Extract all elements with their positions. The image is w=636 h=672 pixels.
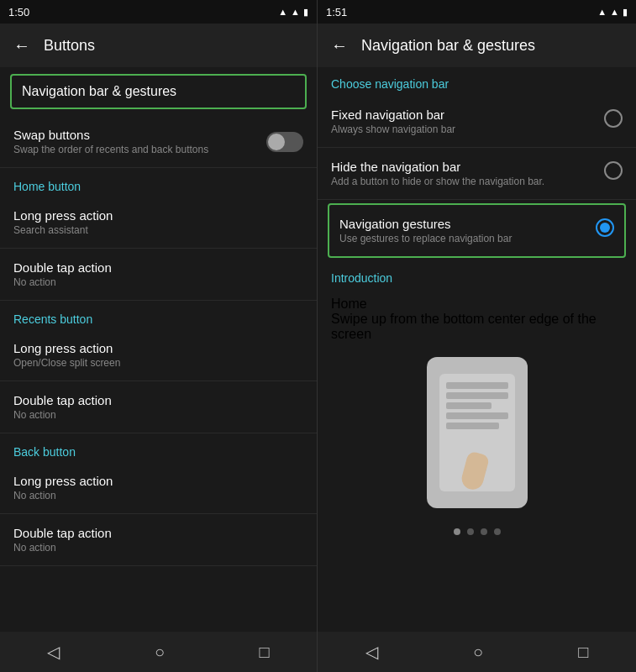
back-double-tap-row[interactable]: Double tap action No action <box>0 514 317 566</box>
recents-double-tap-sublabel: No action <box>13 409 303 421</box>
back-long-press-sublabel: No action <box>13 490 303 501</box>
toggle-knob <box>268 134 285 150</box>
fixed-nav-bar-text: Fixed navigation bar Always show navigat… <box>331 108 455 135</box>
hide-nav-bar-radio[interactable] <box>604 161 623 180</box>
finger-shape <box>459 450 490 491</box>
nav-gestures-item[interactable]: Navigation bar & gestures <box>10 74 307 109</box>
signal-icon: ▲ <box>278 7 287 17</box>
home-gesture-desc: Swipe up from the bottom center edge of … <box>331 312 623 342</box>
swap-buttons-label: Swap buttons <box>13 128 208 142</box>
swap-buttons-sublabel: Swap the order of recents and back butto… <box>13 144 208 155</box>
right-back-button[interactable]: ← <box>331 36 348 55</box>
left-top-bar: ← Buttons <box>0 24 317 67</box>
swap-buttons-text: Swap buttons Swap the order of recents a… <box>13 128 208 155</box>
phone-illustration <box>427 357 528 508</box>
home-double-tap-sublabel: No action <box>13 276 303 288</box>
left-status-icons: ▲ ▲ ▮ <box>278 7 308 18</box>
nav-gestures-right-row[interactable]: Navigation gestures Use gestures to repl… <box>328 203 626 258</box>
left-bottom-nav: ◁ ○ □ <box>0 632 317 672</box>
back-double-tap-sublabel: No action <box>13 542 303 554</box>
phone-screen <box>439 374 515 491</box>
home-gesture-text: Home Swipe up from the bottom center edg… <box>331 297 623 342</box>
hide-nav-bar-row[interactable]: Hide the navigation bar Add a button to … <box>318 148 636 200</box>
hide-nav-bar-text: Hide the navigation bar Add a button to … <box>331 160 544 187</box>
left-panel: 1:50 ▲ ▲ ▮ ← Buttons Navigation bar & ge… <box>0 0 318 672</box>
back-long-press-label: Long press action <box>13 474 303 488</box>
right-recents-nav-icon[interactable]: □ <box>578 643 588 662</box>
right-wifi-icon: ▲ <box>610 7 619 17</box>
recents-double-tap-label: Double tap action <box>13 393 303 407</box>
fixed-nav-bar-radio[interactable] <box>604 109 623 128</box>
left-title: Buttons <box>44 37 95 55</box>
choose-nav-bar-label: Choose navigation bar <box>318 67 636 96</box>
nav-gestures-radio[interactable] <box>596 218 614 237</box>
wifi-icon: ▲ <box>291 7 300 17</box>
right-top-bar: ← Navigation bar & gestures <box>318 24 636 67</box>
home-long-press-label: Long press action <box>13 208 303 223</box>
screen-line-3 <box>446 402 491 409</box>
fixed-nav-bar-row[interactable]: Fixed navigation bar Always show navigat… <box>318 96 636 148</box>
right-battery-icon: ▮ <box>623 7 628 18</box>
dot-2 <box>467 528 474 535</box>
right-signal-icon: ▲ <box>597 7 607 17</box>
back-double-tap-label: Double tap action <box>13 526 303 540</box>
right-back-nav-icon[interactable]: ◁ <box>365 642 378 662</box>
nav-gestures-right-sublabel: Use gestures to replace navigation bar <box>339 233 512 244</box>
home-double-tap-label: Double tap action <box>13 260 303 275</box>
right-time: 1:51 <box>326 6 347 18</box>
nav-gestures-label: Navigation bar & gestures <box>22 84 176 98</box>
recents-long-press-label: Long press action <box>13 341 303 355</box>
home-button-section: Home button <box>0 168 317 197</box>
nav-gestures-right-text: Navigation gestures Use gestures to repl… <box>339 217 512 244</box>
dot-3 <box>481 528 487 535</box>
screen-line-5 <box>446 423 499 429</box>
right-bottom-nav: ◁ ○ □ <box>318 632 636 672</box>
nav-gestures-right-label: Navigation gestures <box>339 217 512 231</box>
phone-illustration-wrapper <box>318 349 636 522</box>
right-title: Navigation bar & gestures <box>361 37 535 55</box>
hide-nav-bar-label: Hide the navigation bar <box>331 160 544 174</box>
radio-inner-dot <box>600 223 610 233</box>
left-time: 1:50 <box>8 6 29 18</box>
left-content: Navigation bar & gestures Swap buttons S… <box>0 67 317 632</box>
home-long-press-sublabel: Search assistant <box>13 224 303 236</box>
home-long-press-row[interactable]: Long press action Search assistant <box>0 197 317 249</box>
fixed-nav-bar-sublabel: Always show navigation bar <box>331 123 455 135</box>
fixed-nav-bar-label: Fixed navigation bar <box>331 108 455 122</box>
recents-button-section: Recents button <box>0 301 317 329</box>
home-gesture-title: Home <box>331 297 623 312</box>
screen-line-1 <box>446 382 508 389</box>
swap-buttons-row[interactable]: Swap buttons Swap the order of recents a… <box>0 116 317 168</box>
home-double-tap-row[interactable]: Double tap action No action <box>0 249 317 301</box>
back-long-press-row[interactable]: Long press action No action <box>0 462 317 514</box>
right-status-icons: ▲ ▲ ▮ <box>597 7 628 18</box>
recents-long-press-row[interactable]: Long press action Open/Close split scree… <box>0 329 317 381</box>
home-gesture-row: Home Swipe up from the bottom center edg… <box>318 290 636 349</box>
left-back-nav-icon[interactable]: ◁ <box>47 642 60 662</box>
hide-nav-bar-sublabel: Add a button to hide or show the navigat… <box>331 176 544 187</box>
left-recents-nav-icon[interactable]: □ <box>260 643 270 662</box>
right-home-nav-icon[interactable]: ○ <box>473 643 483 662</box>
screen-line-4 <box>446 412 508 419</box>
dots-indicator <box>318 522 636 549</box>
back-button-section: Back button <box>0 433 317 462</box>
recents-double-tap-row[interactable]: Double tap action No action <box>0 381 317 433</box>
left-back-button[interactable]: ← <box>13 36 30 55</box>
dot-1 <box>454 528 460 535</box>
right-status-bar: 1:51 ▲ ▲ ▮ <box>318 0 636 24</box>
left-status-bar: 1:50 ▲ ▲ ▮ <box>0 0 317 24</box>
introduction-label: Introduction <box>318 261 636 290</box>
right-panel: 1:51 ▲ ▲ ▮ ← Navigation bar & gestures C… <box>318 0 636 672</box>
swap-buttons-toggle[interactable] <box>266 132 303 152</box>
left-home-nav-icon[interactable]: ○ <box>155 643 165 662</box>
recents-long-press-sublabel: Open/Close split screen <box>13 357 303 369</box>
right-content: Choose navigation bar Fixed navigation b… <box>318 67 636 632</box>
screen-line-2 <box>446 392 508 399</box>
battery-icon: ▮ <box>303 7 308 18</box>
dot-4 <box>494 528 501 535</box>
